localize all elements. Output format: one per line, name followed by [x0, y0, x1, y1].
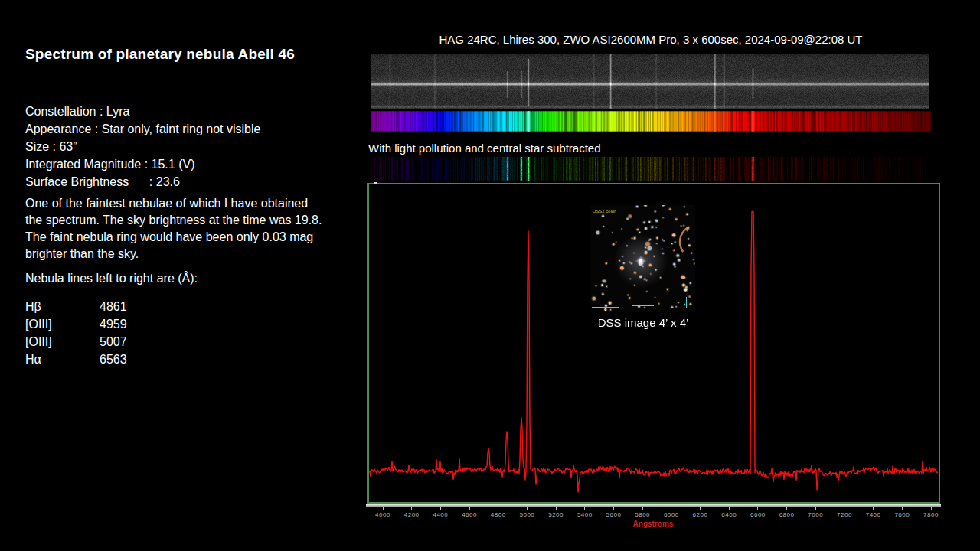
line-wavelength: 4959	[100, 318, 127, 331]
table-row: Hβ4861	[25, 298, 255, 315]
x-tick	[931, 507, 932, 510]
x-tick	[440, 507, 441, 510]
info-line-size: Size : 63”	[25, 138, 347, 155]
x-tick	[815, 507, 816, 510]
x-tick-label: 4800	[487, 511, 510, 518]
color-2d-spectrum-image	[371, 111, 931, 132]
x-tick	[383, 507, 384, 510]
line-name: [OIII]	[25, 315, 100, 333]
subtracted-2d-spectrum-image	[371, 157, 926, 181]
x-tick-label: 7200	[833, 511, 856, 518]
table-row: [OIII]5007	[25, 333, 255, 350]
line-name: Hβ	[25, 298, 100, 315]
table-row: Hα6563	[25, 350, 255, 368]
info-line-magnitude: Integrated Magnitude : 15.1 (V)	[25, 155, 347, 173]
x-tick	[873, 507, 874, 510]
x-tick	[844, 507, 844, 510]
x-tick-label: 4200	[400, 511, 423, 518]
x-axis-title: Angstroms	[615, 520, 691, 528]
x-tick	[902, 507, 903, 510]
x-tick-label: 6000	[660, 511, 683, 518]
x-tick	[556, 507, 557, 510]
x-tick	[757, 507, 758, 510]
x-tick-label: 6400	[717, 511, 740, 518]
x-tick-label: 6200	[689, 511, 712, 518]
x-tick	[469, 507, 470, 510]
border-speck	[374, 182, 377, 184]
x-tick	[786, 507, 787, 510]
x-tick-label: 6600	[746, 511, 769, 518]
info-line-surface-brightness: Surface Brightness : 23.6	[25, 173, 347, 191]
dss-inset-image	[590, 205, 695, 312]
line-wavelength: 6563	[100, 353, 127, 366]
x-tick	[527, 507, 528, 510]
acquisition-header: HAG 24RC, Lhires 300, ZWO ASI2600MM Pro,…	[371, 33, 931, 46]
table-row: [OIII]4959	[25, 315, 255, 333]
line-wavelength: 4861	[100, 300, 127, 313]
info-line-constellation: Constellation : Lyra	[25, 103, 347, 120]
page-title: Spectrum of planetary nebula Abell 46	[25, 46, 362, 63]
x-tick-label: 5000	[515, 511, 538, 518]
x-tick-label: 6800	[776, 511, 799, 518]
x-tick	[642, 507, 643, 510]
x-tick	[671, 507, 671, 510]
x-tick-label: 5600	[602, 511, 625, 518]
object-info-list: Constellation : Lyra Appearance : Star o…	[25, 103, 347, 191]
x-tick-label: 7800	[920, 511, 942, 518]
x-tick-label: 7600	[890, 511, 913, 518]
dss-caption: DSS image 4’ x 4’	[582, 316, 704, 329]
x-axis-line	[366, 504, 941, 507]
description-paragraph: One of the faintest nebulae of which I h…	[25, 195, 325, 262]
line-name: [OIII]	[25, 333, 100, 350]
x-tick-label: 4600	[458, 511, 481, 518]
x-tick	[411, 507, 412, 510]
x-tick	[729, 507, 730, 510]
x-tick-label: 5400	[573, 511, 596, 518]
slide: Spectrum of planetary nebula Abell 46 Co…	[0, 0, 980, 551]
subtracted-spectrum-caption: With light pollution and central star su…	[368, 142, 828, 155]
info-line-appearance: Appearance : Star only, faint ring not v…	[25, 120, 347, 138]
x-tick-label: 5200	[544, 511, 567, 518]
x-tick-label: 4400	[429, 511, 452, 518]
x-tick-label: 7000	[804, 511, 827, 518]
x-tick-label: 5800	[631, 511, 654, 518]
nebula-lines-table: Hβ4861 [OIII]4959 [OIII]5007 Hα6563	[25, 298, 255, 368]
nebula-lines-heading: Nebula lines left to right are (Å):	[25, 272, 332, 285]
raw-2d-spectrum-image	[371, 54, 929, 109]
x-tick	[700, 507, 701, 510]
line-wavelength: 5007	[100, 335, 127, 348]
x-tick-label: 7400	[862, 511, 885, 518]
x-tick	[584, 507, 585, 510]
x-tick	[613, 507, 614, 510]
x-tick-label: 4000	[371, 511, 394, 518]
line-name: Hα	[25, 350, 100, 368]
x-tick	[498, 507, 498, 510]
